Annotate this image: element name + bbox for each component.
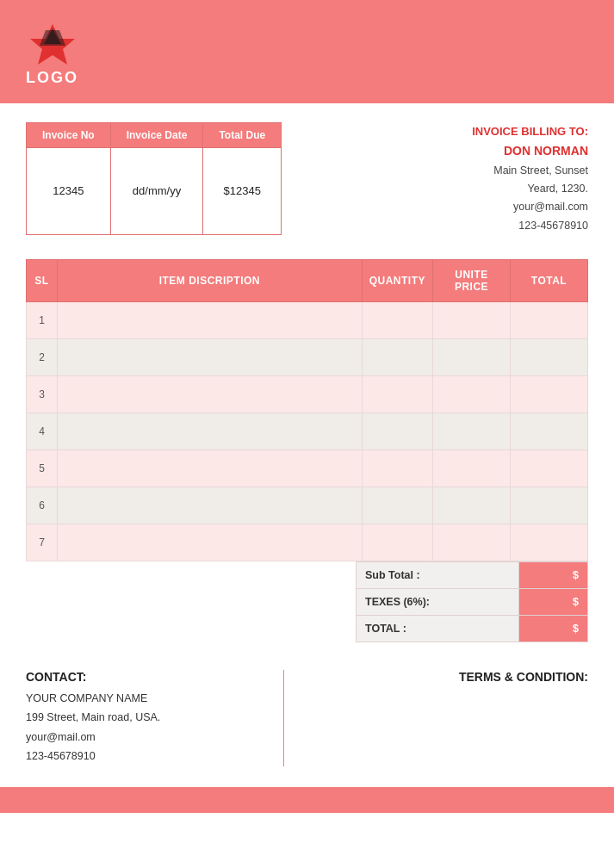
contact-phone: 123-45678910 <box>26 747 266 766</box>
row-desc <box>58 524 363 561</box>
invoice-meta-table: Invoice No Invoice Date Total Due 12345 … <box>26 122 282 235</box>
contact-company: YOUR COMPANY NAME <box>26 689 266 709</box>
row-total <box>511 338 588 375</box>
row-total <box>511 301 588 338</box>
subtotal-row: Sub Total : $ <box>357 561 588 588</box>
tax-value: $ <box>519 588 588 615</box>
billing-address2: Yeard, 1230. <box>472 180 588 198</box>
row-qty <box>362 487 432 524</box>
row-price <box>433 487 511 524</box>
billing-name: DON NORMAN <box>472 141 588 162</box>
col-price: UNITE PRICE <box>433 259 511 301</box>
row-qty <box>362 524 432 561</box>
row-qty <box>362 301 432 338</box>
row-sl: 1 <box>27 301 58 338</box>
invoice-info-section: Invoice No Invoice Date Total Due 12345 … <box>0 103 614 251</box>
row-sl: 7 <box>27 524 58 561</box>
bottom-bar <box>0 787 614 813</box>
row-desc <box>58 338 363 375</box>
row-sl: 5 <box>27 450 58 487</box>
row-sl: 3 <box>27 375 58 412</box>
meta-header-due: Total Due <box>203 123 282 148</box>
billing-title: INVOICE BILLING TO: <box>472 122 588 141</box>
invoice-date: dd/mm/yy <box>110 148 203 235</box>
row-desc <box>58 450 363 487</box>
tax-label: TEXES (6%): <box>357 588 519 615</box>
row-sl: 6 <box>27 487 58 524</box>
table-row: 4 <box>27 412 588 450</box>
row-qty <box>362 375 432 412</box>
row-sl: 4 <box>27 412 58 450</box>
table-row: 3 <box>27 375 588 412</box>
row-desc <box>58 375 363 412</box>
logo-text: LOGO <box>26 69 78 87</box>
total-label: TOTAL : <box>357 615 519 642</box>
row-price <box>433 338 511 375</box>
terms-title: TERMS & CONDITION: <box>459 670 588 684</box>
tax-row: TEXES (6%): $ <box>357 588 588 615</box>
row-price <box>433 301 511 338</box>
billing-address1: Main Street, Sunset <box>472 162 588 180</box>
row-price <box>433 450 511 487</box>
header: LOGO <box>0 0 614 103</box>
meta-header-no: Invoice No <box>27 123 111 148</box>
invoice-no: 12345 <box>27 148 111 235</box>
row-price <box>433 375 511 412</box>
billing-email: your@mail.com <box>472 198 588 216</box>
row-total <box>511 524 588 561</box>
table-row: 5 <box>27 450 588 487</box>
row-total <box>511 412 588 450</box>
row-total <box>511 375 588 412</box>
items-section: SL ITEM DISCRIPTION QUANTITY UNITE PRICE… <box>0 259 614 561</box>
invoice-due: $12345 <box>203 148 282 235</box>
billing-phone: 123-45678910 <box>472 217 588 235</box>
row-qty <box>362 412 432 450</box>
logo-icon <box>27 20 78 67</box>
contact-block: CONTACT: YOUR COMPANY NAME 199 Street, M… <box>26 670 284 766</box>
row-qty <box>362 450 432 487</box>
items-table: SL ITEM DISCRIPTION QUANTITY UNITE PRICE… <box>26 259 588 561</box>
logo-area: LOGO <box>26 20 78 87</box>
footer-section: CONTACT: YOUR COMPANY NAME 199 Street, M… <box>0 651 614 778</box>
total-row: TOTAL : $ <box>357 615 588 642</box>
svg-marker-2 <box>40 30 65 46</box>
row-total <box>511 487 588 524</box>
meta-header-date: Invoice Date <box>110 123 203 148</box>
billing-info: INVOICE BILLING TO: DON NORMAN Main Stre… <box>472 122 588 235</box>
row-desc <box>58 301 363 338</box>
row-price <box>433 524 511 561</box>
col-qty: QUANTITY <box>362 259 432 301</box>
table-row: 1 <box>27 301 588 338</box>
row-total <box>511 450 588 487</box>
table-row: 7 <box>27 524 588 561</box>
table-row: 6 <box>27 487 588 524</box>
row-desc <box>58 412 363 450</box>
subtotal-value: $ <box>519 561 588 588</box>
row-desc <box>58 487 363 524</box>
row-sl: 2 <box>27 338 58 375</box>
row-qty <box>362 338 432 375</box>
col-sl: SL <box>27 259 58 301</box>
totals-table: Sub Total : $ TEXES (6%): $ TOTAL : $ <box>356 561 588 642</box>
terms-block: TERMS & CONDITION: <box>284 670 588 766</box>
contact-title: CONTACT: <box>26 670 266 684</box>
col-desc: ITEM DISCRIPTION <box>58 259 363 301</box>
table-row: 2 <box>27 338 588 375</box>
col-total: TOTAL <box>511 259 588 301</box>
contact-address: 199 Street, Main road, USA. <box>26 708 266 728</box>
contact-email: your@mail.om <box>26 728 266 747</box>
totals-section: Sub Total : $ TEXES (6%): $ TOTAL : $ <box>0 561 614 642</box>
subtotal-label: Sub Total : <box>357 561 519 588</box>
total-value: $ <box>519 615 588 642</box>
row-price <box>433 412 511 450</box>
